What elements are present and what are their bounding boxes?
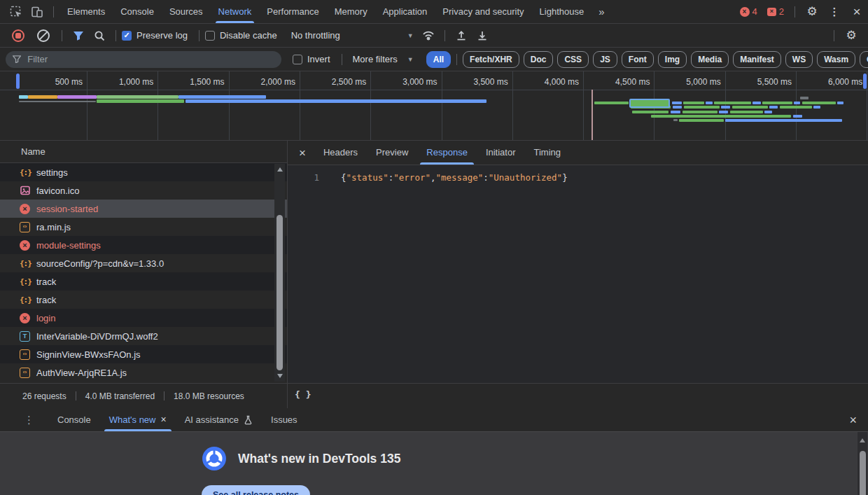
request-detail-pane: × HeadersPreviewResponseInitiatorTiming …: [287, 141, 868, 383]
scroll-thumb[interactable]: [860, 451, 866, 495]
network-request-row[interactable]: ‹›AuthView-ArjqRE1A.js: [0, 363, 287, 382]
network-request-row[interactable]: ×module-settings: [0, 236, 287, 254]
tab-performance[interactable]: Performance: [259, 0, 326, 23]
request-name: AuthView-ArjqRE1A.js: [36, 368, 127, 378]
drawer-tab-issues[interactable]: Issues: [262, 408, 307, 431]
drawer-tab-console[interactable]: Console: [48, 408, 100, 431]
overview-right-grip[interactable]: [863, 74, 867, 89]
filter-chip-all[interactable]: All: [426, 51, 451, 68]
network-request-row[interactable]: TInterVariable-DiVDrmQJ.woff2: [0, 327, 287, 345]
detail-tab-headers[interactable]: Headers: [314, 141, 367, 165]
filter-chip-css[interactable]: CSS: [557, 51, 589, 68]
detail-tab-initiator[interactable]: Initiator: [477, 141, 525, 165]
see-all-release-notes-button[interactable]: See all release notes: [202, 485, 310, 495]
filter-chip-other[interactable]: Other: [860, 51, 868, 68]
export-har-icon[interactable]: [472, 24, 493, 47]
filter-chip-img[interactable]: Img: [658, 51, 687, 68]
filter-chip-doc[interactable]: Doc: [524, 51, 554, 68]
network-overview[interactable]: 500 ms1,000 ms1,500 ms2,000 ms2,500 ms3,…: [0, 71, 868, 141]
tab-sources[interactable]: Sources: [162, 0, 211, 23]
network-request-row[interactable]: ‹›ra.min.js: [0, 218, 287, 236]
network-main: Name {:}settingsfavicon.ico×session-star…: [0, 141, 868, 383]
waterfall-bar: [672, 102, 682, 104]
network-request-row[interactable]: ‹›SigninView-BWxsFAOn.js: [0, 345, 287, 363]
tab-lighthouse[interactable]: Lighthouse: [532, 0, 592, 23]
throttling-caret-icon[interactable]: ▼: [407, 32, 414, 39]
filter-chip-manifest[interactable]: Manifest: [733, 51, 781, 68]
filter-chip-wasm[interactable]: Wasm: [817, 51, 855, 68]
whats-new-panel: What's new in DevTools 135 See all relea…: [0, 432, 868, 495]
filter-chip-font[interactable]: Font: [622, 51, 654, 68]
waterfall-bar: [780, 106, 812, 109]
close-detail-icon[interactable]: ×: [288, 141, 314, 165]
import-har-icon[interactable]: [451, 24, 472, 47]
invert-checkbox[interactable]: [293, 55, 302, 64]
drawer-tab-what-s-new[interactable]: What's new×: [100, 408, 176, 431]
tab-privacy-and-security[interactable]: Privacy and security: [435, 0, 531, 23]
detail-tab-preview[interactable]: Preview: [367, 141, 417, 165]
waterfall-bar: [764, 111, 772, 113]
device-toolbar-icon[interactable]: [27, 0, 48, 24]
filter-chip-fetch-xhr[interactable]: Fetch/XHR: [463, 51, 519, 68]
network-settings-gear-icon[interactable]: ⚙: [840, 24, 862, 48]
request-list-scrollbar[interactable]: [274, 164, 285, 382]
network-request-row[interactable]: ×login: [0, 309, 287, 327]
filter-chip-js[interactable]: JS: [593, 51, 617, 68]
overview-gridline: [370, 71, 371, 140]
filter-chip-ws[interactable]: WS: [785, 51, 813, 68]
kebab-menu-icon[interactable]: ⋮: [823, 0, 846, 24]
tab-network[interactable]: Network: [211, 0, 260, 23]
filter-icon[interactable]: [68, 24, 89, 47]
tab-application[interactable]: Application: [375, 0, 435, 23]
more-tabs-icon[interactable]: »: [592, 6, 611, 18]
filter-chip-media[interactable]: Media: [691, 51, 729, 68]
waterfall-bar: [684, 106, 720, 109]
pretty-print-button[interactable]: { }: [295, 389, 311, 400]
name-column-header[interactable]: Name: [0, 141, 287, 163]
tab-elements[interactable]: Elements: [59, 0, 113, 23]
more-filters-caret-icon[interactable]: ▼: [407, 56, 414, 63]
network-request-row[interactable]: favicon.ico: [0, 181, 287, 200]
close-tab-icon[interactable]: ×: [161, 408, 167, 431]
scroll-down-arrow[interactable]: [277, 374, 283, 378]
tab-console[interactable]: Console: [113, 0, 162, 23]
tab-memory[interactable]: Memory: [327, 0, 375, 23]
overview-left-grip[interactable]: [16, 74, 20, 89]
network-request-row[interactable]: {:}track: [0, 291, 287, 309]
response-body[interactable]: 1 {"status":"error","message":"Unauthori…: [288, 165, 868, 383]
scroll-up-arrow[interactable]: [860, 438, 865, 442]
error-badge[interactable]: × 4: [740, 6, 757, 17]
network-conditions-icon[interactable]: [418, 24, 439, 47]
detail-tab-timing[interactable]: Timing: [525, 141, 570, 165]
network-request-row[interactable]: {:}track: [0, 272, 287, 291]
scroll-up-arrow[interactable]: [277, 167, 283, 172]
network-request-row[interactable]: {:}settings: [0, 163, 287, 181]
network-request-row[interactable]: {:}sourceConfig/?p=cdn&v=1.33.0: [0, 254, 287, 272]
clear-network-log-button[interactable]: [37, 29, 50, 42]
settings-gear-icon[interactable]: ⚙: [801, 0, 823, 24]
record-network-log-button[interactable]: [12, 29, 24, 42]
whats-new-scrollbar[interactable]: [858, 432, 867, 495]
disable-cache-checkbox[interactable]: [205, 31, 215, 41]
waterfall-bar: [837, 102, 844, 104]
throttling-select[interactable]: No throttling: [291, 30, 340, 41]
request-name: InterVariable-DiVDrmQJ.woff2: [36, 331, 158, 342]
close-drawer-icon[interactable]: ×: [844, 408, 862, 432]
drawer-kebab-menu-icon[interactable]: ⋮: [24, 414, 34, 426]
close-devtools-icon[interactable]: ×: [846, 0, 868, 24]
waterfall-bar: [651, 115, 791, 118]
issues-badge[interactable]: × 2: [767, 6, 784, 17]
error-count: 4: [752, 6, 757, 17]
request-name: module-settings: [36, 240, 101, 251]
inspect-element-icon[interactable]: [6, 0, 27, 24]
detail-tab-response[interactable]: Response: [417, 141, 477, 165]
scroll-thumb[interactable]: [276, 215, 283, 370]
divider: [62, 30, 62, 41]
network-request-row[interactable]: ×session-started: [0, 200, 287, 218]
search-icon[interactable]: [89, 24, 110, 47]
preserve-log-checkbox[interactable]: ✓: [122, 31, 132, 41]
more-filters-select[interactable]: More filters: [353, 54, 398, 64]
filter-input[interactable]: [26, 53, 274, 65]
drawer-tab-ai-assistance[interactable]: AI assistance: [176, 408, 262, 431]
waterfall-bar: [719, 111, 728, 113]
